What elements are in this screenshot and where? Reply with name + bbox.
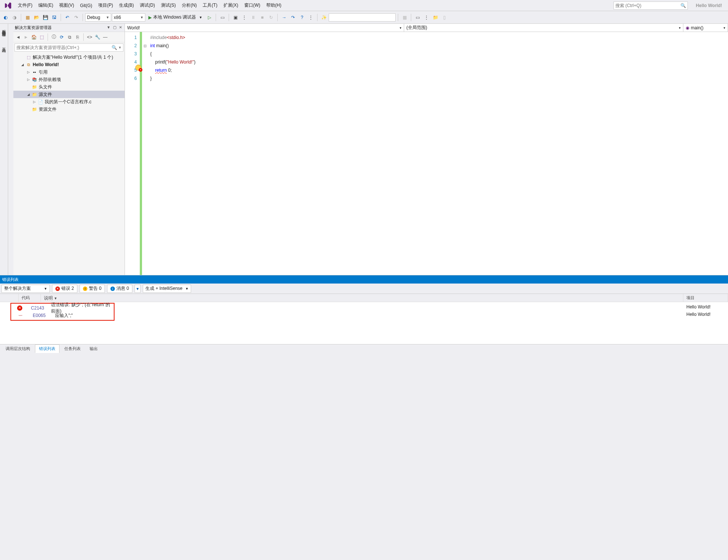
tab-call-hierarchy[interactable]: 调用层次结构 [1, 344, 34, 353]
tree-resources-node[interactable]: 📁资源文件 [13, 106, 125, 113]
tb-icon-1[interactable]: ▭ [218, 13, 226, 22]
tb-icon-7[interactable]: ▭ [413, 13, 422, 22]
menu-build[interactable]: 生成(B) [116, 1, 137, 10]
error-scope-combo[interactable]: 整个解决方案▼ [1, 285, 50, 293]
menu-test[interactable]: 测试(S) [158, 1, 179, 10]
panel-dropdown-icon[interactable]: ▼ [106, 25, 111, 30]
solution-indicator: Hello World! [692, 2, 727, 9]
menu-project[interactable]: 项目(P) [95, 1, 116, 10]
menu-help[interactable]: 帮助(H) [263, 1, 284, 10]
step-out-icon[interactable]: ? [298, 13, 306, 22]
tab-output[interactable]: 输出 [86, 344, 102, 353]
step-over-icon[interactable]: ↷ [289, 13, 297, 22]
tb-icon-5[interactable]: ✨ [320, 13, 328, 22]
tb-icon-9[interactable]: 📁 [431, 13, 439, 22]
tab-error-list[interactable]: 错误列表 [35, 344, 59, 353]
tree-references-node[interactable]: ▷▪▪引用 [13, 68, 125, 76]
error-icon: ✕ [17, 305, 22, 311]
solution-explorer-search-input[interactable] [16, 45, 112, 50]
solution-explorer-panel: 解决方案资源管理器 ▼ ▢ ✕ ◄ ► 🏠 ⬚ ⓘ ⟳ ⧉ ⎘ <> 🔧 — 🔍… [13, 24, 125, 275]
toolbox-tab[interactable]: 工具箱 [1, 45, 7, 46]
new-project-icon[interactable]: ▦ [23, 13, 32, 22]
se-refresh-icon[interactable]: ⟳ [58, 34, 65, 41]
se-home-icon[interactable]: 🏠 [30, 34, 37, 41]
warnings-filter-button[interactable]: !警告 0 [80, 285, 105, 293]
tb-long-combo[interactable] [329, 13, 396, 22]
step-into-icon[interactable]: → [280, 13, 288, 22]
start-without-debug-icon[interactable]: ▷ [205, 13, 213, 22]
tb-icon-6[interactable]: ▦ [400, 13, 409, 22]
error-row[interactable]: ✕ C2143 语法错误: 缺少";"(在"return"的前面) [11, 304, 114, 312]
intellisense-error-icon: 〰 [19, 314, 22, 318]
se-more-icon[interactable]: — [102, 34, 109, 41]
main-toolbar: ◐ ◑ ▦ 📂 💾 🖫 ↶ ↷ Debug▼ x86▼ ▶本地 Windows … [0, 11, 728, 24]
code-text[interactable]: #include<stdio.h> int main() { printf("H… [148, 32, 196, 275]
se-copy-icon[interactable]: ⎘ [74, 34, 81, 41]
vs-logo-icon [4, 1, 13, 10]
panel-pin-icon[interactable]: ▢ [112, 25, 117, 30]
tb-restart-icon[interactable]: ↻ [267, 13, 275, 22]
quick-search-input[interactable] [615, 3, 680, 8]
error-source-combo[interactable]: 生成 + IntelliSense▼ [143, 285, 191, 293]
lightbulb-error-icon[interactable] [135, 65, 141, 71]
redo-icon[interactable]: ↷ [72, 13, 80, 22]
menu-analyze[interactable]: 分析(N) [179, 1, 200, 10]
tb-icon-8[interactable]: ⋮ [422, 13, 431, 22]
nav-scope-combo[interactable]: (全局范围)▾ [404, 24, 683, 32]
config-combo[interactable]: Debug▼ [85, 13, 111, 22]
save-icon[interactable]: 💾 [41, 13, 49, 22]
tree-sources-node[interactable]: ◢📁源文件 [13, 91, 125, 98]
se-props-icon[interactable]: 🔧 [94, 34, 101, 41]
menu-file[interactable]: 文件(F) [15, 1, 35, 10]
tb-icon-2[interactable]: ▣ [231, 13, 239, 22]
col-desc[interactable]: 说明 ▼ [41, 294, 683, 302]
menu-debug[interactable]: 调试(D) [137, 1, 158, 10]
nav-project-combo[interactable]: World!▾ [125, 24, 404, 32]
tb-icon-3[interactable]: ⋮ [240, 13, 248, 22]
tree-externaldeps-node[interactable]: ▷📚外部依赖项 [13, 76, 125, 83]
warning-icon: ! [83, 287, 87, 291]
solution-explorer-search[interactable]: 🔍▼ [15, 43, 123, 52]
tree-headers-node[interactable]: 📁头文件 [13, 83, 125, 91]
code-surface[interactable]: 123456 ⊟ #include<stdio.h> int main() { … [125, 32, 728, 275]
left-dock-tabs: 服务器资源管理器 工具箱 [0, 24, 8, 275]
col-project[interactable]: 项目 [683, 294, 728, 302]
solution-tree: ⬚解决方案"Hello World!"(1 个项目/共 1 个) ◢⧉Hello… [13, 53, 125, 275]
menu-tools[interactable]: 工具(T) [200, 1, 220, 10]
menu-extensions[interactable]: 扩展(X) [220, 1, 241, 10]
nav-fwd-icon[interactable]: ◑ [10, 13, 19, 22]
se-filter-icon[interactable]: ⓘ [51, 34, 57, 41]
menu-edit[interactable]: 编辑(E) [35, 1, 56, 10]
tree-solution-node[interactable]: ⬚解决方案"Hello World!"(1 个项目/共 1 个) [13, 54, 125, 61]
tb-icon-4[interactable]: ⋮ [307, 13, 315, 22]
se-collapse-icon[interactable]: ⧉ [66, 34, 73, 41]
se-switchview-icon[interactable]: ⬚ [38, 34, 45, 41]
menu-git[interactable]: Git(G) [77, 1, 95, 10]
start-debug-button[interactable]: ▶本地 Windows 调试器▼ [146, 13, 204, 22]
se-fwd-icon[interactable]: ► [23, 34, 29, 41]
undo-icon[interactable]: ↶ [63, 13, 71, 22]
messages-filter-button[interactable]: i消息 0 [107, 285, 132, 293]
platform-combo[interactable]: x86▼ [112, 13, 145, 22]
tab-task-list[interactable]: 任务列表 [60, 344, 85, 353]
nav-back-icon[interactable]: ◐ [1, 13, 10, 22]
fold-toggle-icon[interactable]: ⊟ [142, 42, 148, 50]
tb-pause-icon[interactable]: ⏸ [249, 13, 257, 22]
tree-project-node[interactable]: ◢⧉Hello World! [13, 61, 125, 68]
open-icon[interactable]: 📂 [32, 13, 41, 22]
quick-search[interactable]: 🔍 [613, 1, 688, 10]
tree-sourcefile-node[interactable]: ▷📄我的第一个C语言程序.c [13, 98, 125, 106]
se-code-icon[interactable]: <> [86, 34, 93, 41]
server-explorer-tab[interactable]: 服务器资源管理器 [1, 27, 7, 30]
menu-view[interactable]: 视图(V) [56, 1, 77, 10]
tb-icon-10[interactable]: ▯ [440, 13, 448, 22]
col-code[interactable]: 代码 [19, 294, 41, 302]
build-intellisense-toggle[interactable]: ▾ [135, 285, 141, 293]
save-all-icon[interactable]: 🖫 [50, 13, 58, 22]
tb-stop-icon[interactable]: ■ [258, 13, 266, 22]
nav-member-combo[interactable]: ◉main()▾ [683, 24, 728, 32]
menu-window[interactable]: 窗口(W) [241, 1, 263, 10]
panel-close-icon[interactable]: ✕ [118, 25, 123, 30]
errors-filter-button[interactable]: ✕错误 2 [52, 285, 77, 293]
se-back-icon[interactable]: ◄ [15, 34, 22, 41]
